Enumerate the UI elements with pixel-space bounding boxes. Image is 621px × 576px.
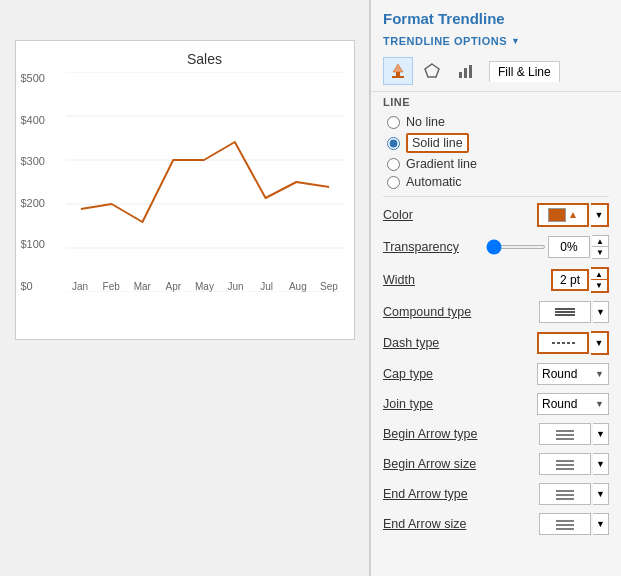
solid-line-radio[interactable] — [387, 137, 400, 150]
width-up-btn[interactable]: ▲ — [591, 269, 607, 280]
dash-type-control: ▼ — [537, 331, 609, 355]
width-control: 2 pt ▲ ▼ — [551, 267, 609, 293]
color-dropdown-btn[interactable]: ▼ — [591, 203, 609, 227]
begin-arrow-size-button[interactable] — [539, 453, 591, 475]
end-arrow-size-icon — [554, 517, 576, 531]
begin-arrow-type-dropdown-btn[interactable]: ▼ — [593, 423, 609, 445]
automatic-row: Automatic — [387, 173, 605, 191]
width-down-btn[interactable]: ▼ — [591, 280, 607, 291]
line-section-label: LINE — [371, 92, 621, 110]
fill-line-icon-btn[interactable] — [383, 57, 413, 85]
compound-type-dropdown-btn[interactable]: ▼ — [593, 301, 609, 323]
transparency-up-btn[interactable]: ▲ — [592, 236, 608, 247]
cap-type-arrow: ▼ — [595, 369, 604, 379]
fill-line-tab[interactable]: Fill & Line — [489, 61, 560, 82]
svg-rect-6 — [396, 72, 400, 76]
end-arrow-size-dropdown-btn[interactable]: ▼ — [593, 513, 609, 535]
begin-arrow-size-label: Begin Arrow size — [383, 457, 539, 471]
svg-rect-9 — [464, 68, 467, 78]
paint-bucket-icon — [389, 62, 407, 80]
transparency-slider[interactable] — [486, 245, 546, 249]
cap-type-label: Cap type — [383, 367, 537, 381]
bar-group: Jan — [66, 278, 95, 292]
transparency-down-btn[interactable]: ▼ — [592, 247, 608, 258]
bars-container: Jan Feb Mar Apr May — [66, 72, 344, 292]
transparency-label: Transparency — [383, 240, 486, 254]
transparency-control: 0% ▲ ▼ — [486, 235, 609, 259]
color-button[interactable] — [537, 203, 589, 227]
end-arrow-type-label: End Arrow type — [383, 487, 539, 501]
end-arrow-size-button[interactable] — [539, 513, 591, 535]
join-type-arrow: ▼ — [595, 399, 604, 409]
y-axis-labels: $500 $400 $300 $200 $100 $0 — [21, 72, 45, 292]
bar-group: Apr — [159, 278, 188, 292]
bar-group: Sep — [314, 278, 343, 292]
width-value: 2 pt — [551, 269, 589, 291]
dash-type-dropdown-btn[interactable]: ▼ — [591, 331, 609, 355]
end-arrow-type-icon — [554, 487, 576, 501]
bar-group: Jun — [221, 278, 250, 292]
chart-icon-btn[interactable] — [451, 57, 481, 85]
dash-type-label: Dash type — [383, 336, 537, 350]
end-arrow-size-label: End Arrow size — [383, 517, 539, 531]
begin-arrow-type-label: Begin Arrow type — [383, 427, 539, 441]
color-swatch — [548, 208, 566, 222]
svg-rect-10 — [469, 65, 472, 78]
no-line-radio[interactable] — [387, 116, 400, 129]
transparency-row: Transparency 0% ▲ ▼ — [371, 231, 621, 263]
trendline-options-arrow: ▼ — [511, 36, 520, 46]
chart-inner: $500 $400 $300 $200 $100 $0 — [66, 72, 344, 292]
begin-arrow-type-button[interactable] — [539, 423, 591, 445]
transparency-value: 0% — [548, 236, 590, 258]
begin-arrow-type-row: Begin Arrow type ▼ — [371, 419, 621, 449]
trendline-svg — [66, 72, 344, 292]
end-arrow-type-button[interactable] — [539, 483, 591, 505]
gradient-line-row: Gradient line — [387, 155, 605, 173]
transparency-spinner: ▲ ▼ — [592, 235, 609, 259]
cap-type-control: Round ▼ — [537, 363, 609, 385]
chart-title: Sales — [66, 51, 344, 67]
dash-type-row: Dash type ▼ — [371, 327, 621, 359]
compound-type-label: Compound type — [383, 305, 539, 319]
no-line-row: No line — [387, 113, 605, 131]
trendline-options-header[interactable]: TRENDLINE OPTIONS ▼ — [371, 31, 621, 51]
solid-line-row: Solid line — [387, 131, 605, 155]
divider-1 — [383, 196, 609, 197]
cap-type-select[interactable]: Round ▼ — [537, 363, 609, 385]
bar-group: Mar — [128, 278, 157, 292]
width-spinner: ▲ ▼ — [591, 267, 609, 293]
join-type-select[interactable]: Round ▼ — [537, 393, 609, 415]
end-arrow-size-row: End Arrow size ▼ — [371, 509, 621, 539]
end-arrow-type-dropdown-btn[interactable]: ▼ — [593, 483, 609, 505]
format-panel: Format Trendline TRENDLINE OPTIONS ▼ Fi — [370, 0, 621, 576]
compound-type-button[interactable] — [539, 301, 591, 323]
begin-arrow-type-icon — [554, 427, 576, 441]
pentagon-icon — [423, 62, 441, 80]
dash-icon — [552, 342, 575, 344]
color-control: ▼ — [537, 203, 609, 227]
solid-line-label: Solid line — [406, 133, 469, 153]
bar-group: Feb — [97, 278, 126, 292]
end-arrow-type-row: End Arrow type ▼ — [371, 479, 621, 509]
svg-marker-7 — [425, 64, 439, 77]
icon-toolbar: Fill & Line — [371, 51, 621, 92]
begin-arrow-type-control: ▼ — [539, 423, 609, 445]
bar-group: May — [190, 278, 219, 292]
compound-lines-icon — [555, 308, 575, 316]
bar-group: Aug — [283, 278, 312, 292]
effects-icon-btn[interactable] — [417, 57, 447, 85]
color-label: Color — [383, 208, 537, 222]
gradient-line-radio[interactable] — [387, 158, 400, 171]
automatic-radio[interactable] — [387, 176, 400, 189]
end-arrow-type-control: ▼ — [539, 483, 609, 505]
bar-chart-icon — [457, 62, 475, 80]
paint-icon — [568, 210, 578, 220]
chart-area: Sales $500 $400 $300 $200 $100 $0 — [0, 0, 370, 576]
dash-type-button[interactable] — [537, 332, 589, 354]
begin-arrow-size-dropdown-btn[interactable]: ▼ — [593, 453, 609, 475]
panel-title: Format Trendline — [371, 0, 621, 31]
width-row: Width 2 pt ▲ ▼ — [371, 263, 621, 297]
cap-type-row: Cap type Round ▼ — [371, 359, 621, 389]
compound-type-control: ▼ — [539, 301, 609, 323]
join-type-control: Round ▼ — [537, 393, 609, 415]
